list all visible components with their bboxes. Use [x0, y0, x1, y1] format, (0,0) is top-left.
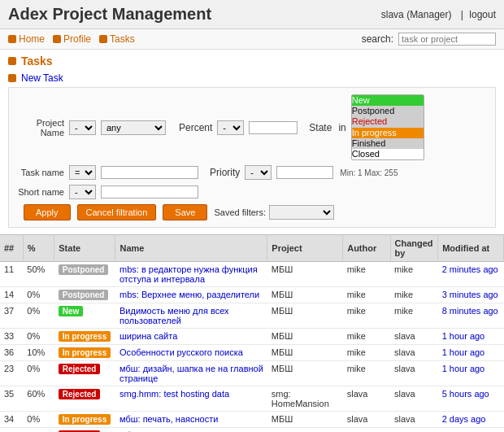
table-row: 35 60% Rejected smg.hmm: test hosting da…: [0, 386, 504, 412]
cell-modified: 2 minutes ago: [438, 262, 504, 287]
nav-profile[interactable]: Profile: [53, 33, 91, 45]
task-link[interactable]: ширина сайта: [119, 331, 177, 341]
cell-author: mike: [343, 361, 390, 386]
cell-name: smg.hmm: test hosting data: [115, 386, 267, 412]
task-name-op[interactable]: =-: [69, 165, 96, 180]
tasks-table: ## % State Name Project Author Changed b…: [0, 234, 504, 432]
percent-op[interactable]: -=: [217, 120, 244, 135]
user-info: slava (Manager) | logout: [378, 9, 496, 20]
search-input[interactable]: [398, 33, 496, 46]
cell-name: Особенности русского поиска: [115, 345, 267, 361]
cell-modified: 5 hours ago: [438, 386, 504, 412]
nav-tasks[interactable]: Tasks: [99, 33, 135, 45]
cell-state: Rejected: [54, 361, 115, 386]
logout-link[interactable]: logout: [469, 9, 496, 20]
new-task-button[interactable]: New Task: [21, 72, 63, 84]
cell-project: МБШ: [267, 412, 343, 428]
cell-name: Видимость меню для всех пользователей: [115, 303, 267, 329]
filter-row-3: Short name -=: [15, 185, 489, 199]
tasks-body: 11 50% Postponed mbs: в редакторе нужна …: [0, 262, 504, 432]
nav-links: Home Profile Tasks: [8, 33, 135, 45]
cell-state: Postponed: [54, 287, 115, 303]
cell-project: МБШ: [267, 428, 343, 432]
modified-time-link[interactable]: 2 minutes ago: [442, 264, 498, 274]
short-name-op[interactable]: -=: [69, 185, 96, 199]
filter-row-1: ProjectName -= any Percent -= State in N…: [15, 94, 489, 160]
priority-op[interactable]: -=: [245, 165, 272, 180]
cell-num: 14: [0, 287, 23, 303]
cell-author: mike: [343, 329, 390, 345]
cancel-filter-button[interactable]: Cancel filtration: [77, 204, 157, 220]
cell-name: mbs: в редакторе нужна функция отступа и…: [115, 262, 267, 287]
save-filter-button[interactable]: Save: [163, 204, 207, 220]
cell-pct: 0%: [23, 287, 54, 303]
apply-button[interactable]: Apply: [24, 204, 71, 220]
cell-author: mike: [343, 287, 390, 303]
task-link[interactable]: smg.hmm: test hosting data: [119, 389, 229, 399]
project-value-select[interactable]: any: [101, 120, 166, 135]
state-select[interactable]: New Postponed Rejected In progress Finis…: [351, 94, 424, 160]
cell-name: мбш: дизайн, шапка не на главной страниц…: [115, 361, 267, 386]
task-name-filter-label: Task name: [15, 168, 64, 177]
cell-modified: 1 hour ago: [438, 361, 504, 386]
cell-modified: 2 days ago: [438, 412, 504, 428]
project-name-op[interactable]: -=: [69, 120, 96, 135]
cell-pct: 0%: [23, 303, 54, 329]
home-icon: [8, 35, 16, 43]
nav-home[interactable]: Home: [8, 33, 45, 45]
cell-num: 11: [0, 262, 23, 287]
search-area: search:: [362, 33, 496, 46]
cell-num: 35: [0, 386, 23, 412]
percent-input[interactable]: [249, 121, 298, 134]
cell-num: 36: [0, 345, 23, 361]
cell-name: мбш: Комментарии только от зарегистриров…: [115, 428, 267, 432]
percent-label: Percent: [179, 122, 212, 133]
col-header-changed: Changed by: [390, 235, 438, 262]
modified-time-link[interactable]: 5 hours ago: [442, 389, 489, 399]
col-header-pct: %: [23, 235, 54, 262]
modified-time-link[interactable]: 3 minutes ago: [442, 290, 498, 299]
short-name-input[interactable]: [101, 185, 198, 199]
state-badge: New: [59, 306, 84, 316]
task-link[interactable]: mbs: Верхнее меню, разделители: [119, 290, 259, 299]
cell-changed-by: slava: [390, 329, 438, 345]
task-link[interactable]: Видимость меню для всех пользователей: [119, 306, 229, 325]
cell-name: mbs: Верхнее меню, разделители: [115, 287, 267, 303]
tasks-icon: [99, 35, 107, 43]
state-badge: Postponed: [59, 290, 109, 300]
priority-input[interactable]: [276, 166, 333, 179]
modified-time-link[interactable]: 2 days ago: [442, 414, 486, 424]
page-title: Tasks: [21, 55, 53, 68]
cell-author: mike: [343, 303, 390, 329]
task-name-input[interactable]: [101, 166, 198, 179]
table-row: 14 0% Postponed mbs: Верхнее меню, разде…: [0, 287, 504, 303]
cell-project: МБШ: [267, 262, 343, 287]
state-badge: In progress: [59, 347, 111, 358]
profile-icon: [53, 35, 61, 43]
col-header-num: ##: [0, 235, 23, 262]
cell-pct: 10%: [23, 345, 54, 361]
table-row: 11 50% Postponed mbs: в редакторе нужна …: [0, 262, 504, 287]
task-link[interactable]: мбш: дизайн, шапка не на главной страниц…: [119, 364, 263, 383]
priority-hint: Min: 1 Max: 255: [340, 168, 398, 177]
cell-pct: 60%: [23, 386, 54, 412]
modified-time-link[interactable]: 1 hour ago: [442, 364, 485, 373]
task-link[interactable]: Особенности русского поиска: [119, 347, 243, 357]
cell-changed-by: mike: [390, 262, 438, 287]
table-row: 25 0% Rejected мбш: Комментарии только о…: [0, 428, 504, 432]
saved-filters-select[interactable]: [269, 205, 334, 220]
cell-num: 34: [0, 412, 23, 428]
state-badge: In progress: [59, 414, 111, 425]
cell-pct: 0%: [23, 412, 54, 428]
cell-changed-by: slava: [390, 428, 438, 432]
task-link[interactable]: мбш: печать, наясности: [119, 414, 218, 424]
state-badge: Rejected: [59, 364, 101, 374]
cell-modified: 4 days ago: [438, 428, 504, 432]
modified-time-link[interactable]: 8 minutes ago: [442, 306, 498, 316]
filter-area: ProjectName -= any Percent -= State in N…: [8, 87, 496, 228]
priority-label: Priority: [210, 167, 240, 178]
task-link[interactable]: mbs: в редакторе нужна функция отступа и…: [119, 264, 258, 284]
modified-time-link[interactable]: 1 hour ago: [442, 347, 485, 357]
cell-num: 33: [0, 329, 23, 345]
modified-time-link[interactable]: 1 hour ago: [442, 331, 485, 341]
